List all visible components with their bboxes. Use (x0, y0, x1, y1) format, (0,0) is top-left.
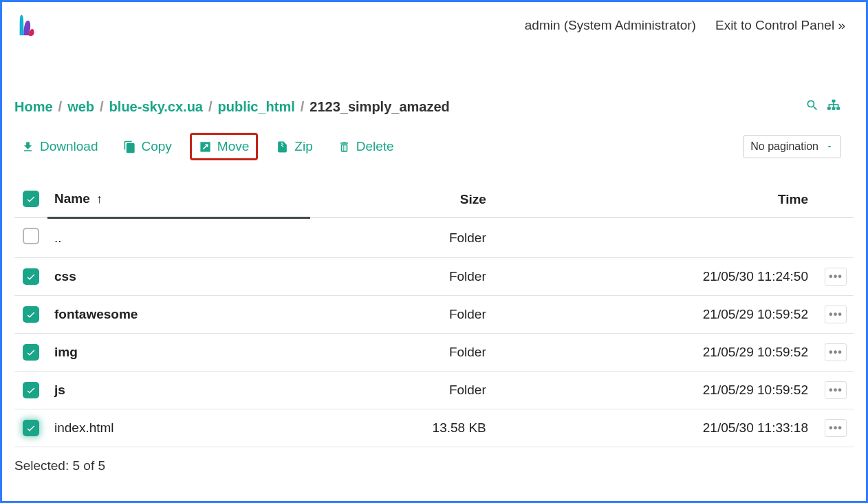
breadcrumb-item[interactable]: Home (14, 99, 53, 114)
file-size: Folder (310, 334, 492, 372)
chevron-down-icon (825, 142, 834, 151)
search-icon[interactable] (805, 98, 819, 115)
breadcrumb-separator: / (100, 99, 104, 114)
row-actions-button[interactable]: ••• (825, 268, 847, 286)
file-name[interactable]: js (47, 372, 310, 409)
row-checkbox[interactable] (23, 344, 39, 361)
file-name[interactable]: .. (47, 218, 310, 258)
delete-label: Delete (356, 139, 394, 154)
table-row[interactable]: imgFolder21/05/29 10:59:52••• (14, 334, 854, 372)
file-name[interactable]: fontawesome (47, 296, 310, 334)
copy-label: Copy (142, 139, 172, 154)
file-time: 21/05/29 10:59:52 (493, 372, 815, 409)
row-checkbox[interactable] (23, 268, 39, 285)
file-name[interactable]: index.html (47, 409, 310, 447)
file-size: 13.58 KB (310, 409, 492, 447)
file-size: Folder (310, 372, 492, 409)
file-time: 21/05/29 10:59:52 (493, 334, 815, 372)
file-name[interactable]: img (47, 334, 310, 372)
move-button[interactable]: Move (190, 133, 258, 160)
name-column-header[interactable]: Name ↑ (47, 184, 310, 218)
tree-icon[interactable] (826, 98, 841, 115)
row-actions-button[interactable]: ••• (825, 419, 847, 437)
time-column-header[interactable]: Time (493, 184, 815, 218)
file-time (493, 218, 815, 258)
row-checkbox[interactable] (23, 420, 39, 436)
download-label: Download (40, 139, 98, 154)
breadcrumb-item[interactable]: public_html (218, 99, 295, 114)
file-size: Folder (310, 218, 492, 258)
breadcrumb-item[interactable]: web (67, 99, 94, 114)
select-all-checkbox[interactable] (23, 191, 39, 207)
breadcrumb-separator: / (208, 99, 213, 114)
svg-rect-2 (832, 107, 836, 110)
breadcrumb-item[interactable]: blue-sky.cx.ua (109, 99, 203, 114)
logo (14, 12, 41, 39)
exit-link[interactable]: Exit to Control Panel » (715, 18, 845, 33)
zip-label: Zip (294, 139, 312, 154)
download-button[interactable]: Download (14, 135, 105, 158)
svg-rect-0 (832, 100, 836, 103)
table-row[interactable]: cssFolder21/05/30 11:24:50••• (14, 258, 854, 296)
sort-arrow-up-icon: ↑ (96, 192, 102, 206)
file-time: 21/05/30 11:33:18 (493, 409, 815, 447)
row-checkbox[interactable] (23, 228, 39, 244)
breadcrumb: Home/web/blue-sky.cx.ua/public_html/2123… (14, 99, 450, 115)
file-size: Folder (310, 296, 492, 334)
row-actions-button[interactable]: ••• (825, 306, 847, 323)
table-row[interactable]: fontawesomeFolder21/05/29 10:59:52••• (14, 296, 854, 334)
file-size: Folder (310, 258, 492, 296)
zip-button[interactable]: Zip (269, 135, 319, 158)
row-checkbox[interactable] (23, 306, 39, 323)
move-label: Move (217, 139, 249, 154)
size-column-header[interactable]: Size (310, 184, 492, 218)
breadcrumb-separator: / (58, 99, 63, 114)
selection-status: Selected: 5 of 5 (2, 447, 866, 484)
svg-rect-1 (827, 107, 831, 110)
row-checkbox[interactable] (23, 382, 39, 398)
row-actions-button[interactable]: ••• (825, 381, 847, 399)
user-link[interactable]: admin (System Administrator) (525, 18, 696, 33)
file-time: 21/05/30 11:24:50 (493, 258, 815, 296)
row-actions-button[interactable]: ••• (825, 343, 847, 361)
delete-button[interactable]: Delete (331, 135, 401, 158)
table-row[interactable]: index.html13.58 KB21/05/30 11:33:18••• (14, 409, 854, 447)
pagination-label: No pagination (750, 140, 818, 153)
copy-button[interactable]: Copy (116, 135, 179, 158)
svg-rect-3 (836, 107, 840, 110)
breadcrumb-separator: / (301, 99, 305, 114)
pagination-select[interactable]: No pagination (743, 135, 841, 158)
breadcrumb-item[interactable]: 2123_simply_amazed (310, 99, 449, 114)
file-name[interactable]: css (47, 258, 310, 296)
table-row[interactable]: ..Folder (14, 218, 854, 258)
table-row[interactable]: jsFolder21/05/29 10:59:52••• (14, 372, 854, 409)
file-time: 21/05/29 10:59:52 (493, 296, 815, 334)
